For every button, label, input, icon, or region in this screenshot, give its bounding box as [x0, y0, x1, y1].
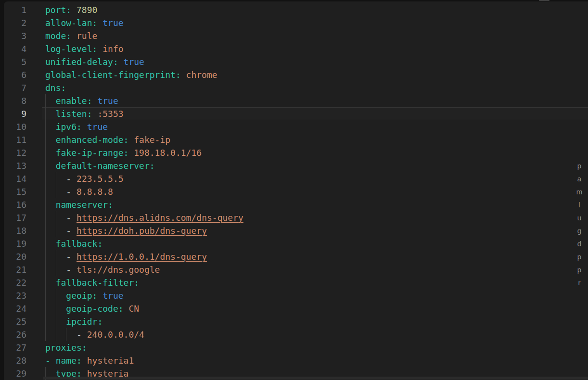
code-token — [97, 291, 102, 301]
line-content[interactable]: proxies: — [26, 341, 87, 354]
line-content[interactable]: - name: hysteria1 — [26, 354, 134, 367]
code-token — [97, 44, 102, 54]
line-number[interactable]: 4 — [4, 42, 26, 55]
code-line: 27proxies: — [4, 341, 588, 354]
line-number[interactable]: 20 — [4, 250, 26, 263]
code-token: ipv6: — [56, 122, 82, 132]
code-token: name: — [56, 355, 82, 366]
line-number[interactable]: 9 — [4, 107, 26, 120]
line-content[interactable]: geoip: true — [26, 289, 124, 302]
code-token — [45, 148, 56, 158]
code-line: 14 - 223.5.5.5 — [4, 172, 588, 185]
code-token — [92, 96, 98, 106]
url-link[interactable]: https://doh.pub/dns-query — [77, 226, 207, 236]
line-number[interactable]: 24 — [4, 302, 26, 315]
code-token: listen: — [56, 109, 92, 119]
code-token — [45, 304, 66, 314]
line-content[interactable]: fallback-filter: — [26, 276, 139, 289]
line-number[interactable]: 12 — [4, 146, 26, 159]
line-content[interactable]: - https://doh.pub/dns-query — [26, 224, 207, 237]
code-token: ipcidr: — [66, 317, 102, 327]
line-number[interactable]: 8 — [4, 94, 26, 107]
line-content[interactable]: fallback: — [26, 237, 102, 250]
code-token — [45, 265, 66, 275]
line-content[interactable]: - tls://dns.google — [26, 263, 160, 276]
line-number[interactable]: 7 — [4, 81, 26, 94]
line-content[interactable]: ipv6: true — [26, 120, 108, 133]
line-number[interactable]: 6 — [4, 68, 26, 81]
line-content[interactable]: default-nameserver: — [26, 159, 155, 172]
line-number[interactable]: 28 — [4, 354, 26, 367]
line-number[interactable]: 16 — [4, 198, 26, 211]
line-content[interactable]: global-client-fingerprint: chrome — [26, 68, 217, 81]
line-number[interactable]: 22 — [4, 276, 26, 289]
line-content[interactable]: log-level: info — [26, 42, 124, 55]
code-token: fallback-filter: — [56, 278, 139, 288]
url-link[interactable]: https://dns.alidns.com/dns-query — [77, 213, 243, 223]
line-content[interactable]: dns: — [26, 81, 66, 94]
line-number[interactable]: 5 — [4, 55, 26, 68]
code-token: fallback: — [56, 239, 103, 249]
line-number[interactable]: 29 — [4, 367, 26, 380]
line-content[interactable]: port: 7890 — [26, 3, 97, 16]
code-token: 223.5.5.5 — [77, 174, 124, 184]
url-link[interactable]: https://1.0.0.1/dns-query — [77, 252, 207, 262]
code-line: 26 - 240.0.0.0/4 — [4, 328, 588, 341]
line-number[interactable]: 15 — [4, 185, 26, 198]
line-number[interactable]: 18 — [4, 224, 26, 237]
horizontal-scrollbar[interactable] — [43, 377, 588, 380]
line-content[interactable]: enhanced-mode: fake-ip — [26, 133, 170, 146]
line-content[interactable]: geoip-code: CN — [26, 302, 139, 315]
line-content[interactable]: listen: :5353 — [26, 107, 124, 120]
line-number[interactable]: 19 — [4, 237, 26, 250]
line-content[interactable]: allow-lan: true — [26, 16, 124, 29]
line-number[interactable]: 3 — [4, 29, 26, 42]
code-token: enable: — [56, 96, 92, 106]
line-content[interactable]: enable: true — [26, 94, 118, 107]
code-area[interactable]: 1port: 78902allow-lan: true3mode: rule4l… — [4, 1, 588, 380]
line-content[interactable]: - 8.8.8.8 — [26, 185, 113, 198]
line-number[interactable]: 23 — [4, 289, 26, 302]
line-number[interactable]: 17 — [4, 211, 26, 224]
minimap[interactable]: pamlugdppr — [574, 1, 588, 380]
line-content[interactable]: mode: rule — [26, 29, 97, 42]
line-content[interactable]: - 223.5.5.5 — [26, 172, 124, 185]
code-token: - — [66, 265, 77, 275]
code-token — [128, 148, 134, 158]
minimap-letter: a — [574, 172, 585, 185]
line-content[interactable]: - https://1.0.0.1/dns-query — [26, 250, 207, 263]
line-number[interactable]: 27 — [4, 341, 26, 354]
code-token: nameserver: — [56, 200, 113, 210]
code-token: :5353 — [97, 109, 123, 119]
code-token — [45, 252, 66, 262]
line-number[interactable]: 14 — [4, 172, 26, 185]
code-token: fake-ip-range: — [56, 148, 129, 158]
line-content[interactable]: ipcidr: — [26, 315, 102, 328]
code-token: true — [102, 291, 123, 301]
code-line: 24 geoip-code: CN — [4, 302, 588, 315]
line-number[interactable]: 11 — [4, 133, 26, 146]
line-number[interactable]: 1 — [4, 3, 26, 16]
line-number[interactable]: 26 — [4, 328, 26, 341]
code-token: - — [66, 252, 77, 262]
code-token: enhanced-mode: — [56, 135, 129, 145]
code-token: true — [124, 57, 144, 67]
line-number[interactable]: 10 — [4, 120, 26, 133]
code-token: - — [66, 174, 77, 184]
line-content[interactable]: fake-ip-range: 198.18.0.1/16 — [26, 146, 202, 159]
code-token: 7890 — [77, 5, 97, 15]
line-content[interactable]: - 240.0.0.0/4 — [26, 328, 144, 341]
minimap-letter: r — [574, 276, 585, 289]
line-content[interactable]: nameserver: — [26, 198, 113, 211]
code-token — [97, 18, 102, 28]
line-content[interactable]: unified-delay: true — [26, 55, 144, 68]
code-line: 6global-client-fingerprint: chrome — [4, 68, 588, 81]
code-token: proxies: — [45, 342, 87, 353]
code-token: allow-lan: — [45, 18, 97, 28]
line-number[interactable]: 25 — [4, 315, 26, 328]
line-number[interactable]: 13 — [4, 159, 26, 172]
code-token — [45, 109, 56, 119]
line-number[interactable]: 2 — [4, 16, 26, 29]
line-content[interactable]: - https://dns.alidns.com/dns-query — [26, 211, 243, 224]
line-number[interactable]: 21 — [4, 263, 26, 276]
